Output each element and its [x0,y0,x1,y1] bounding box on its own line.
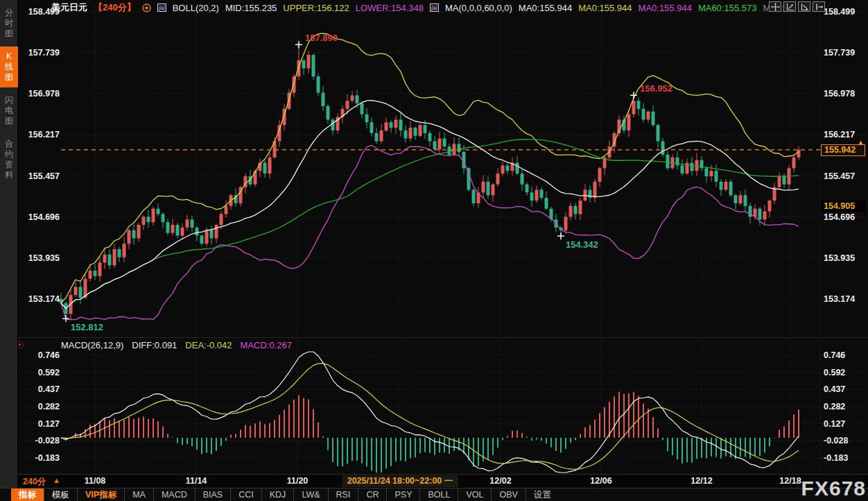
period-selector[interactable]: 240分 [23,476,46,488]
tab-MACD[interactable]: MACD [153,489,195,501]
period-dropdown-arrow-icon[interactable]: ▲ [53,476,60,484]
ma-label: MA(0,0,0,60,0,0) [445,3,512,13]
price-tick-left: 155.457 [19,171,60,182]
sidebar-item-分时图[interactable]: 分 时 图 [0,3,18,44]
timeframe-label[interactable]: 【240分】 [94,1,136,14]
macd-header: MACD(26,12,9) DIFF:0.091 DEA:-0.042 MACD… [61,340,292,350]
indicator-tab-bar: 指标模板VIP指标MAMACDBIASCCIKDJLW&RSICRPSYBOLL… [0,488,868,501]
fx678-watermark: FX678 [801,477,866,500]
price-up-arrow-icon: ▲ [858,137,864,148]
x-axis-date: 12/12 [691,476,712,486]
macd-tick-right: 0.592 [824,367,867,378]
boll-indicator-icon[interactable] [157,3,166,12]
macd-tick-left: 0.282 [19,401,60,412]
boll-upper-value: UPPER:156.122 [283,3,349,13]
tab-MA[interactable]: MA [124,489,153,501]
x-axis-date: 12/06 [590,476,611,486]
x-axis-date: 11/20 [287,476,309,486]
price-tick-right: 158.499 [824,6,867,17]
price-tick-right: 157.739 [824,47,867,58]
price-tick-right: 153.174 [824,294,867,305]
sidebar-item-合约资料[interactable]: 合 约 资 料 [0,134,18,185]
ma-indicator-icon[interactable] [430,3,439,12]
macd-tick-left: 0.437 [19,384,60,395]
tab-OBV[interactable]: OBV [491,489,525,501]
macd-tick-left: -0.183 [19,452,60,464]
macd-tick-right: -0.183 [824,452,867,464]
price-tick-left: 153.935 [19,253,60,264]
current-price-label: 155.942 ▲ [821,144,865,156]
price-tick-left: 156.978 [19,88,60,99]
macd-tick-right: 0.127 [824,418,867,430]
high-price-annotation: 157.890 [305,33,338,43]
x-axis-current-date: 2025/11/24 18:00~22:00 一 [342,475,458,487]
sidebar-item-闪电图[interactable]: 闪 电 图 [0,90,18,131]
ma0-value-white: MA0:155.944 [519,3,572,13]
macd-tick-right: 0.437 [824,384,867,395]
macd-tick-left: -0.028 [19,435,60,446]
boll-label: BOLL(20,2) [173,3,219,13]
ma0-value-yellow: MA0:155.944 [578,3,632,13]
low-price-annotation: 152.812 [71,322,103,332]
expand-plus-icon[interactable] [142,3,151,12]
tab-LW&[interactable]: LW& [293,489,327,501]
macd-tick-left: 0.746 [19,350,60,361]
price-tick-right: 153.935 [824,253,867,264]
x-axis-date: 12/18 [779,476,801,486]
current-price-value: 155.942 [824,145,856,155]
price-tick-right: 154.696 [824,212,867,223]
chart-toolbar [769,1,825,12]
macd-macd-value: MACD:0.267 [241,340,292,350]
tab-RSI[interactable]: RSI [328,489,358,501]
tab-PSY[interactable]: PSY [386,489,419,501]
trading-app: 分 时 图K 线 图闪 电 图合 约 资 料 美元日元 【240分】 BOLL(… [0,0,868,501]
pan-right-icon[interactable] [813,1,825,12]
high-price-annotation: 156.952 [640,83,672,94]
chart-header: 美元日元 【240分】 BOLL(20,2) MID:155.235 UPPER… [51,2,784,13]
low-price-annotation: 154.342 [566,239,598,250]
tab-VIP指标[interactable]: VIP指标 [77,489,124,501]
macd-diff-value: DIFF:0.091 [132,340,177,350]
macd-tick-left: 0.127 [19,418,60,430]
macd-dea-value: DEA:-0.042 [185,340,232,350]
tab-BOLL[interactable]: BOLL [419,489,458,501]
boll-lower-value: LOWER:154.348 [356,3,424,13]
tab-KDJ[interactable]: KDJ [261,489,294,501]
price-tick-left: 153.174 [19,294,60,305]
marker-price-label: 154.905 [821,201,865,212]
sidebar-item-K线图[interactable]: K 线 图 [0,46,18,87]
ma60-value: MA60:155.573 [698,3,757,13]
tab-BIAS[interactable]: BIAS [195,489,231,501]
x-axis-date: 11/08 [85,476,106,486]
price-tick-left: 156.217 [19,129,60,140]
macd-tick-right: -0.028 [824,435,867,446]
chart-type-sidebar: 分 时 图K 线 图闪 电 图合 约 资 料 [0,0,18,488]
tab-CR[interactable]: CR [358,489,386,501]
tab-CCI[interactable]: CCI [230,489,261,501]
macd-label: MACD(26,12,9) [61,340,123,350]
macd-tick-right: 0.282 [824,401,867,412]
price-tick-left: 157.739 [19,47,60,58]
price-tick-left: 154.696 [19,212,60,223]
tab-设置[interactable]: 设置 [526,489,559,501]
macd-tick-right: 0.746 [824,350,867,361]
x-axis-date: 12/02 [489,476,511,486]
ma0-value-magenta: MA0:155.944 [639,3,692,13]
boll-mid-value: MID:155.235 [225,3,277,13]
kline-chart-canvas[interactable] [0,0,868,501]
tab-模板[interactable]: 模板 [44,489,77,501]
macd-tick-left: 0.592 [19,367,60,378]
tab-指标[interactable]: 指标 [11,489,44,501]
time-axis-row: 240分 ▲ 11/0811/1411/202025/11/24 18:00~2… [0,475,868,488]
price-tick-right: 155.457 [824,171,867,182]
crosshair-move-icon[interactable] [769,1,781,12]
x-axis-date: 11/14 [186,476,207,486]
scale-axis-up-icon[interactable] [783,1,796,12]
price-tick-right: 156.978 [824,88,867,99]
tab-VOL[interactable]: VOL [458,489,491,501]
symbol-name: 美元日元 [51,1,87,14]
scale-axis-down-icon[interactable] [798,1,810,12]
